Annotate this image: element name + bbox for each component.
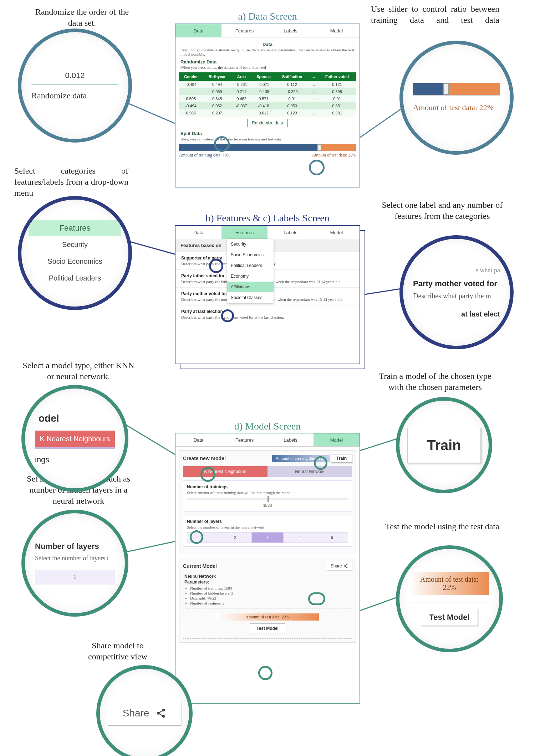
table-cell: 0.698 [318,88,356,95]
zoom-share: Share [96,665,193,756]
table-cell: -0.494 [179,81,203,88]
marker-slider [309,160,325,175]
zoom-slider-bar[interactable] [413,83,500,95]
current-model-box: Current Model Share Neural Network Param… [179,558,356,643]
model-type-knn[interactable]: K Nearest Neighbours [183,466,268,477]
zoom-dropdown-head[interactable]: Features [29,220,121,236]
share-icon [343,564,348,569]
divider [31,84,118,84]
tab-model-d[interactable]: Model [314,433,360,446]
zoom-slider-handle[interactable] [443,83,449,95]
zoom-share-button[interactable]: Share [108,701,181,726]
table-col: Birthyear [203,72,231,81]
tab-labels[interactable]: Labels [268,24,314,37]
layers-picker: 12345 [187,532,348,543]
tab-features-b[interactable]: Features [221,226,268,239]
dropdown-option[interactable]: Political Leaders [227,260,274,271]
data-heading: Data [180,42,355,47]
zoom-feature-title[interactable]: Party mother voted for [413,279,500,288]
model-type-nn[interactable]: Neural Network [268,466,352,477]
zoom-randomize: 0.012 Randomize data [18,29,132,143]
layer-option[interactable]: 3 [251,532,284,543]
param-trainings-d: Select amount of times training data wil… [187,490,348,495]
tab-model-b[interactable]: Model [314,226,360,239]
zoom-model-knn[interactable]: K Nearest Neighbours [35,431,115,447]
title-features-labels: b) Features & c) Labels Screen [175,212,360,224]
layer-option[interactable]: 5 [316,532,348,543]
data-desc: Even though the data is already ready to… [180,48,355,56]
split-handle[interactable] [317,144,321,151]
table-col: Satifaction [276,72,309,81]
zoom-dropdown-item-2[interactable]: Socio Economics [29,253,121,270]
layer-option[interactable]: 4 [284,532,316,543]
dropdown-option[interactable]: Economy [227,271,274,282]
params-label: Parameters: [184,580,351,585]
table-col: Area [231,72,251,81]
dropdown-option[interactable]: Socio Economics [227,250,274,260]
zoom-train: Train [396,397,492,493]
table-cell: … [309,95,318,102]
zoom-feature: s what pa Party mother voted for Describ… [399,235,514,349]
svg-line-18 [159,714,163,716]
table-col: Father voted [318,72,356,81]
zoom-test-bar: Amount of test data: 22% [409,572,489,595]
tab-data-b[interactable]: Data [175,226,221,239]
data-table: GenderBirthyearAreaSpouseSatifaction…Fat… [179,72,356,117]
zoom-layers: Number of layers Select the number of la… [21,510,128,617]
zoom-slider-test [449,83,500,95]
feature-item[interactable]: Party at last electionDescribes what par… [175,305,360,323]
param-trainings-value: 1580 [187,503,348,508]
screenshot-features: Data Features Labels Model Features base… [175,225,360,364]
create-model-box: Create new model Amount of training data… [179,450,356,554]
caption-dropdown: Select categories of features/labels fro… [14,165,128,199]
current-model-type: Neural Network [184,574,351,579]
table-cell: 0.571 [251,95,276,102]
table-cell: -0.037 [231,102,251,109]
tab-labels-b[interactable]: Labels [268,226,314,239]
share-button[interactable]: Share [327,562,352,570]
table-cell: 0.01 [318,95,356,102]
zoom-dropdown-item-1[interactable]: Security [29,236,121,253]
caption-slider: Use slider to control ratio between trai… [371,4,499,26]
current-model-heading: Current Model [183,563,217,569]
frag-top: s what pa [413,267,500,274]
table-cell: -0.071 [251,81,276,88]
param-item: Number of hidden layers: 3 [190,591,352,595]
zoom-layers-v[interactable]: 1 [35,570,115,585]
marker-dropdown [209,259,223,273]
dropdown-option[interactable]: Societal Classes [227,292,274,303]
split-train-label: Amount of training data: 78% [179,153,230,158]
table-cell: 0.505 [179,95,203,102]
dropdown-option[interactable]: Affiliations [227,282,274,292]
split-test-label: Amount of test data: 22% [312,153,356,158]
zoom-dropdown-item-3[interactable]: Political Leaders [29,270,121,287]
tab-features[interactable]: Features [221,24,268,37]
features-dropdown[interactable]: SecuritySocio EconomicsPolitical Leaders… [227,239,274,303]
param-trainings-thumb[interactable] [268,496,269,502]
test-area: Amount of test data: 22% Test Model [183,608,352,639]
param-trainings-slider[interactable] [187,498,348,500]
randomize-button[interactable]: Randomize data [247,119,287,127]
caption-pick-feature: Select one label and any number of featu… [378,200,506,222]
tab-model[interactable]: Model [314,24,360,37]
params-list: Number of trainings: 1580Number of hidde… [190,586,352,605]
dropdown-option[interactable]: Security [227,239,274,250]
tab-data-d[interactable]: Data [175,433,221,446]
tab-data[interactable]: Data [175,24,221,37]
zoom-test-button[interactable]: Test Model [421,609,478,626]
table-cell: -0.418 [251,102,276,109]
table-cell: 0.01 [276,95,309,102]
svg-line-13 [345,566,347,567]
tab-features-d[interactable]: Features [221,433,268,446]
split-slider[interactable] [179,144,356,151]
zoom-train-button[interactable]: Train [407,428,481,463]
screenshot-data: Data Features Labels Model Data Even tho… [175,24,360,187]
caption-randomize: Randomize the order of the data set. [29,6,136,29]
test-model-button[interactable]: Test Model [250,623,285,633]
layer-option[interactable]: 2 [219,532,251,543]
zoom-slider-train [413,83,443,95]
train-button[interactable]: Train [331,454,352,463]
tab-labels-d[interactable]: Labels [268,433,314,446]
feature-item-desc: Describes what party the respondant vote… [181,315,354,319]
zoom-model-type: odel K Nearest Neighbours ings [21,385,128,492]
